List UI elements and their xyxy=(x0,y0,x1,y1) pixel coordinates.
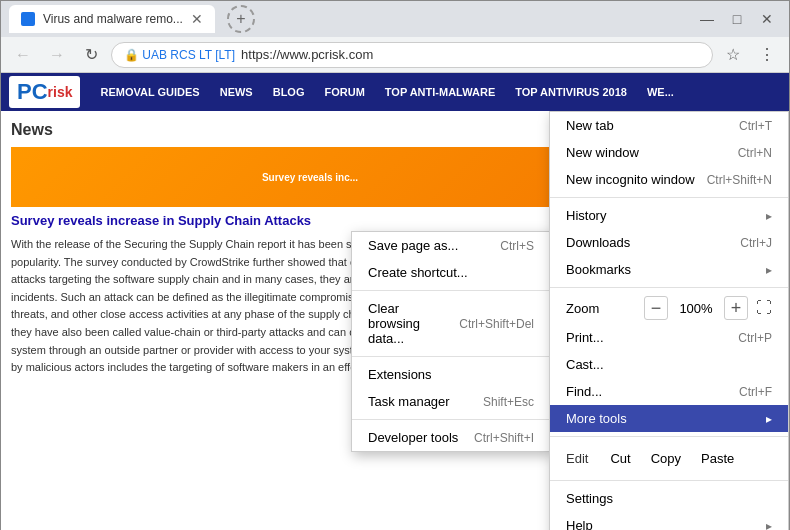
context-submenu: Save page as... Ctrl+S Create shortcut..… xyxy=(351,231,551,452)
zoom-in-button[interactable]: + xyxy=(724,296,748,320)
context-developer-tools[interactable]: Developer tools Ctrl+Shift+I xyxy=(352,424,550,451)
cut-button[interactable]: Cut xyxy=(600,447,640,470)
nav-top-antivirus[interactable]: TOP ANTIVIRUS 2018 xyxy=(505,73,637,111)
nav-links: REMOVAL GUIDES NEWS BLOG FORUM TOP ANTI-… xyxy=(90,73,683,111)
news-image-1: Survey reveals inc... xyxy=(11,147,609,207)
title-bar: Virus and malware remo... ✕ + — □ ✕ xyxy=(1,1,789,37)
menu-button[interactable]: ⋮ xyxy=(753,41,781,69)
menu-help[interactable]: Help ▸ xyxy=(550,512,788,530)
maximize-button[interactable]: □ xyxy=(723,9,751,29)
separator xyxy=(550,197,788,198)
nav-top-anti-malware[interactable]: TOP ANTI-MALWARE xyxy=(375,73,505,111)
nav-news[interactable]: NEWS xyxy=(210,73,263,111)
menu-new-window[interactable]: New window Ctrl+N xyxy=(550,139,788,166)
paste-button[interactable]: Paste xyxy=(691,447,744,470)
edit-label: Edit xyxy=(566,451,588,466)
zoom-value: 100% xyxy=(676,301,716,316)
browser-window: Virus and malware remo... ✕ + — □ ✕ ← → … xyxy=(0,0,790,530)
chrome-menu: New tab Ctrl+T New window Ctrl+N New inc… xyxy=(549,111,789,530)
nav-removal-guides[interactable]: REMOVAL GUIDES xyxy=(90,73,209,111)
menu-downloads[interactable]: Downloads Ctrl+J xyxy=(550,229,788,256)
copy-button[interactable]: Copy xyxy=(641,447,691,470)
close-button[interactable]: ✕ xyxy=(753,9,781,29)
browser-tab[interactable]: Virus and malware remo... ✕ xyxy=(9,5,215,33)
forward-button[interactable]: → xyxy=(43,41,71,69)
separator xyxy=(352,356,550,357)
context-task-manager[interactable]: Task manager Shift+Esc xyxy=(352,388,550,415)
url-text: https://www.pcrisk.com xyxy=(241,47,373,62)
refresh-button[interactable]: ↻ xyxy=(77,41,105,69)
back-button[interactable]: ← xyxy=(9,41,37,69)
window-controls: — □ ✕ xyxy=(693,9,781,29)
context-save-page[interactable]: Save page as... Ctrl+S xyxy=(352,232,550,259)
context-clear-browsing[interactable]: Clear browsing data... Ctrl+Shift+Del xyxy=(352,295,550,352)
zoom-fullscreen-button[interactable]: ⛶ xyxy=(756,299,772,317)
nav-forum[interactable]: FORUM xyxy=(314,73,374,111)
menu-print[interactable]: Print... Ctrl+P xyxy=(550,324,788,351)
nav-more[interactable]: WE... xyxy=(637,73,684,111)
menu-history[interactable]: History ▸ xyxy=(550,202,788,229)
minimize-button[interactable]: — xyxy=(693,9,721,29)
menu-cast[interactable]: Cast... xyxy=(550,351,788,378)
content-area: News Survey reveals inc... Survey reveal… xyxy=(1,111,789,530)
tab-title: Virus and malware remo... xyxy=(43,12,183,26)
address-bar: ← → ↻ 🔒 UAB RCS LT [LT] https://www.pcri… xyxy=(1,37,789,73)
context-extensions[interactable]: Extensions xyxy=(352,361,550,388)
site-nav-bar: PC risk REMOVAL GUIDES NEWS BLOG FORUM T… xyxy=(1,73,789,111)
tab-close-button[interactable]: ✕ xyxy=(191,11,203,27)
article-1-title[interactable]: Survey reveals increase in Supply Chain … xyxy=(11,213,609,228)
bookmark-button[interactable]: ☆ xyxy=(719,41,747,69)
url-bar[interactable]: 🔒 UAB RCS LT [LT] https://www.pcrisk.com xyxy=(111,42,713,68)
zoom-out-button[interactable]: − xyxy=(644,296,668,320)
zoom-control: Zoom − 100% + ⛶ xyxy=(550,292,788,324)
new-tab-button[interactable]: + xyxy=(227,5,255,33)
separator xyxy=(352,290,550,291)
nav-blog[interactable]: BLOG xyxy=(263,73,315,111)
menu-new-incognito[interactable]: New incognito window Ctrl+Shift+N xyxy=(550,166,788,193)
menu-bookmarks[interactable]: Bookmarks ▸ xyxy=(550,256,788,283)
zoom-label: Zoom xyxy=(566,301,636,316)
context-create-shortcut[interactable]: Create shortcut... xyxy=(352,259,550,286)
separator xyxy=(550,287,788,288)
menu-settings[interactable]: Settings xyxy=(550,485,788,512)
edit-row: Edit Cut Copy Paste xyxy=(550,441,788,476)
separator xyxy=(550,436,788,437)
tab-favicon xyxy=(21,12,35,26)
separator xyxy=(352,419,550,420)
menu-new-tab[interactable]: New tab Ctrl+T xyxy=(550,112,788,139)
menu-more-tools[interactable]: More tools ▸ xyxy=(550,405,788,432)
separator xyxy=(550,480,788,481)
security-indicator: 🔒 UAB RCS LT [LT] xyxy=(124,48,235,62)
site-logo: PC risk xyxy=(9,76,80,108)
news-image-text-1: Survey reveals inc... xyxy=(258,168,362,187)
menu-find[interactable]: Find... Ctrl+F xyxy=(550,378,788,405)
